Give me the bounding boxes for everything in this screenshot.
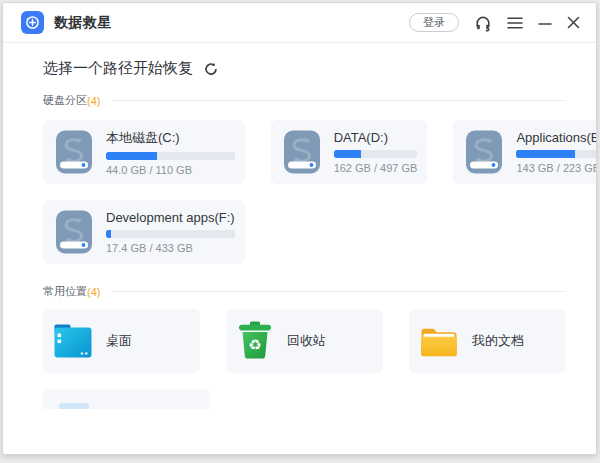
drive-card-f[interactable]: Development apps(F:) 17.4 GB / 433 GB — [43, 200, 245, 264]
drive-usage-fill — [106, 152, 157, 160]
drive-icon — [282, 129, 322, 175]
drive-icon — [54, 129, 94, 175]
folder-icon-partial — [59, 403, 89, 409]
section-divider — [112, 100, 566, 101]
refresh-icon[interactable] — [204, 62, 218, 76]
location-card-desktop[interactable]: 桌面 — [43, 309, 200, 373]
app-window: 数据救星 登录 — [2, 2, 597, 455]
drive-usage-bar — [106, 152, 235, 160]
close-icon[interactable] — [567, 16, 580, 29]
drive-name: Development apps(F:) — [106, 210, 235, 225]
app-logo-icon — [21, 11, 44, 34]
section-partitions-label: 硬盘分区 — [43, 93, 87, 108]
minimize-icon[interactable] — [538, 16, 552, 30]
location-label: 回收站 — [287, 332, 326, 350]
drive-card-d[interactable]: DATA(D:) 162 GB / 497 GB — [271, 120, 428, 184]
drive-usage-bar — [334, 150, 418, 158]
drive-name: DATA(D:) — [334, 130, 418, 145]
partitions-grid: 本地磁盘(C:) 44.0 GB / 110 GB — [43, 120, 566, 264]
location-label: 桌面 — [106, 332, 132, 350]
location-label: 我的文档 — [472, 332, 524, 350]
drive-usage-bar — [106, 230, 235, 238]
drive-capacity: 143 GB / 223 GB — [516, 162, 597, 174]
drive-usage-bar — [516, 150, 597, 158]
section-locations-header: 常用位置(4) — [43, 284, 566, 299]
drive-icon — [464, 129, 504, 175]
content-area: 选择一个路径开始恢复 硬盘分区(4) — [3, 59, 596, 409]
section-partitions-count: (4) — [87, 95, 100, 107]
drive-icon — [54, 209, 94, 255]
drive-capacity: 44.0 GB / 110 GB — [106, 164, 235, 176]
section-locations-label: 常用位置 — [43, 284, 87, 299]
section-locations-count: (4) — [87, 286, 100, 298]
drive-capacity: 17.4 GB / 433 GB — [106, 242, 235, 254]
drive-usage-fill — [334, 150, 362, 158]
desktop-folder-icon — [54, 324, 92, 358]
location-card-documents[interactable]: 我的文档 — [409, 309, 566, 373]
recycle-bin-icon: ♻ — [237, 321, 273, 361]
documents-folder-icon — [420, 326, 458, 357]
drive-name: Applications(E:) — [516, 130, 597, 145]
locations-grid: 桌面 ♻ 回收站 — [43, 309, 566, 373]
drive-usage-fill — [516, 150, 574, 158]
app-title: 数据救星 — [54, 14, 112, 32]
login-button[interactable]: 登录 — [409, 13, 459, 32]
section-partitions-header: 硬盘分区(4) — [43, 93, 566, 108]
drive-usage-fill — [106, 230, 111, 238]
drive-card-e[interactable]: Applications(E:) 143 GB / 223 GB — [453, 120, 597, 184]
location-card-recycle-bin[interactable]: ♻ 回收站 — [226, 309, 383, 373]
drive-card-c[interactable]: 本地磁盘(C:) 44.0 GB / 110 GB — [43, 120, 245, 184]
support-headset-icon[interactable] — [474, 14, 492, 32]
section-divider — [112, 291, 566, 292]
drive-name: 本地磁盘(C:) — [106, 129, 235, 147]
page-title: 选择一个路径开始恢复 — [43, 59, 193, 78]
menu-icon[interactable] — [507, 16, 523, 30]
titlebar: 数据救星 登录 — [3, 3, 596, 43]
svg-text:♻: ♻ — [248, 336, 261, 354]
location-card-partial[interactable] — [43, 389, 210, 409]
drive-capacity: 162 GB / 497 GB — [334, 162, 418, 174]
